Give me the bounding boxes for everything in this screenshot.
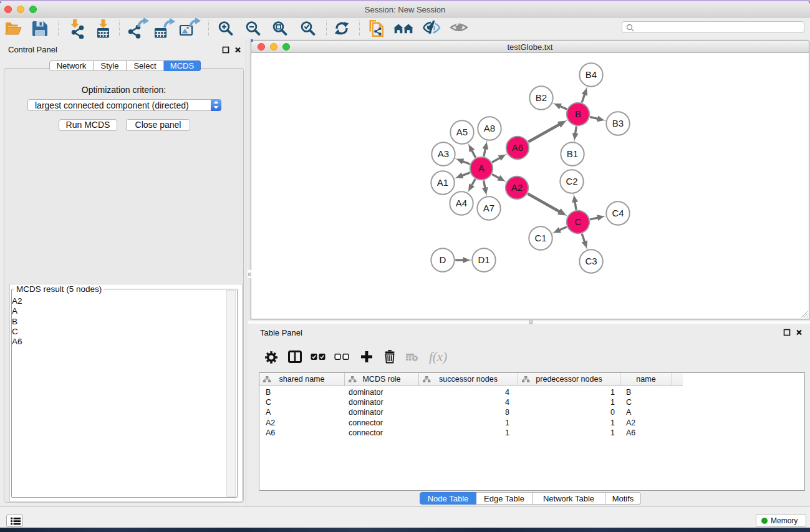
svg-text:B3: B3	[612, 118, 624, 128]
svg-text:B4: B4	[586, 69, 597, 80]
svg-text:A7: A7	[483, 203, 494, 213]
svg-text:B: B	[575, 109, 581, 119]
svg-text:A4: A4	[456, 198, 467, 208]
svg-text:C: C	[575, 216, 582, 227]
svg-text:A2: A2	[511, 182, 523, 193]
svg-text:f(x): f(x)	[429, 349, 447, 364]
svg-text:A1: A1	[437, 177, 448, 188]
svg-text:D1: D1	[478, 254, 489, 265]
svg-text:D: D	[440, 254, 446, 265]
svg-text:A3: A3	[438, 148, 449, 159]
svg-text:B2: B2	[536, 92, 547, 103]
svg-text:C2: C2	[566, 176, 577, 186]
svg-text:A8: A8	[484, 123, 495, 133]
svg-text:B1: B1	[567, 148, 578, 159]
svg-text:C1: C1	[534, 233, 546, 243]
svg-text:A5: A5	[456, 127, 468, 137]
svg-text:A: A	[478, 163, 485, 173]
svg-text:A6: A6	[512, 142, 523, 153]
svg-text:C3: C3	[585, 256, 597, 266]
svg-text:C4: C4	[612, 208, 624, 218]
